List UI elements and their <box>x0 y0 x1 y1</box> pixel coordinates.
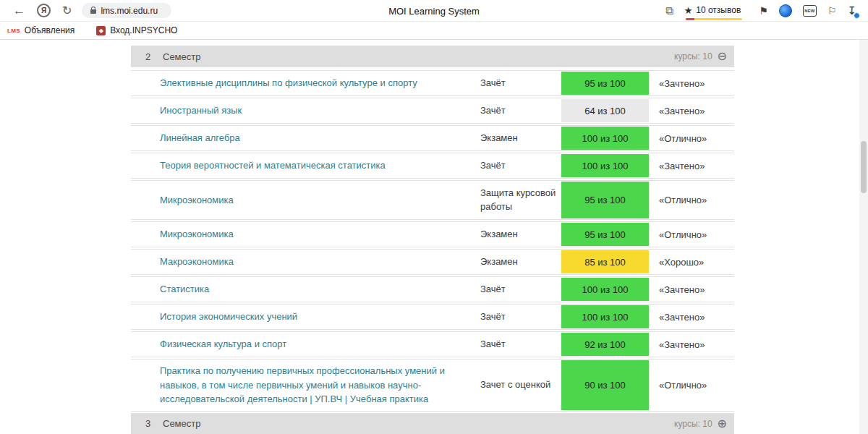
semester-title: Семестр <box>163 418 200 429</box>
bookmark-announcements[interactable]: LMS Объявления <box>7 25 75 35</box>
browser-toolbar: ← Я ↻ lms.moi.edu.ru MOI Learning System… <box>0 0 868 22</box>
course-link[interactable]: Микроэкономика <box>160 193 480 208</box>
exam-type: Зачёт <box>480 338 561 352</box>
semester-2-header: 2 Семестр курсы: 10 ⊖ <box>131 46 734 67</box>
grade-label: «Хорошо» <box>649 257 734 268</box>
exam-type: Зачёт <box>480 283 561 297</box>
score-badge: 100 из 100 <box>561 127 649 150</box>
score-badge: 100 из 100 <box>561 305 649 328</box>
grade-label: «Отлично» <box>649 133 734 144</box>
exam-type: Защита курсовой работы <box>480 187 561 214</box>
scrollbar-thumb[interactable] <box>861 141 867 193</box>
score-badge: 64 из 100 <box>561 99 649 122</box>
downloads-icon[interactable]: ↧ <box>847 4 856 17</box>
course-link[interactable]: Макроэкономика <box>160 255 480 269</box>
lms-favicon: LMS <box>7 27 20 34</box>
toolbar-right-cluster: ⧉ ★ 10 отзывов ⚑ NEW ⚐ ↧ <box>665 0 856 22</box>
bookmark-label: Объявления <box>25 25 75 35</box>
grade-label: «Отлично» <box>649 195 734 205</box>
grade-label: «Зачтено» <box>649 312 734 323</box>
expand-icon[interactable]: ⊕ <box>718 418 727 430</box>
score-badge: 95 из 100 <box>561 182 649 218</box>
vertical-scrollbar[interactable] <box>859 40 868 434</box>
lock-icon <box>90 9 96 14</box>
course-row: Иностранный язык Зачёт 64 из 100 «Зачтен… <box>131 98 734 124</box>
semester-3-header: 3 Семестр курсы: 10 ⊕ <box>131 413 734 434</box>
course-row: Микроэкономика Защита курсовой работы 95… <box>131 180 734 220</box>
semester-number: 3 <box>145 418 163 429</box>
course-row: Элективные дисциплины по физической куль… <box>131 70 734 96</box>
bookmark-flag-icon[interactable]: ⚑ <box>759 5 768 17</box>
bookmarks-bar: LMS Объявления ◆ Вход.INPSYCHO <box>0 22 868 40</box>
course-link[interactable]: Элективные дисциплины по физической куль… <box>160 76 480 90</box>
course-link[interactable]: История экономических учений <box>160 310 480 324</box>
course-link[interactable]: Микроэкономика <box>160 227 480 242</box>
exam-type: Зачёт <box>480 104 561 118</box>
exam-type: Экзамен <box>480 255 561 269</box>
bookmark-inpsycho[interactable]: ◆ Вход.INPSYCHO <box>96 25 177 35</box>
course-row: Макроэкономика Экзамен 85 из 100 «Хорошо… <box>131 249 734 275</box>
course-row: Практика по получению первичных професси… <box>131 359 734 412</box>
exam-type: Зачёт <box>480 77 561 90</box>
grade-label: «Отлично» <box>649 229 734 240</box>
course-link[interactable]: Статистика <box>160 282 480 297</box>
exam-type: Зачёт <box>480 159 561 173</box>
grade-label: «Отлично» <box>649 380 734 391</box>
course-row: Микроэкономика Экзамен 95 из 100 «Отличн… <box>131 221 734 247</box>
courses-count-label: курсы: 10 <box>674 51 712 61</box>
collections-icon[interactable]: ⚐ <box>827 5 837 17</box>
address-bar[interactable]: lms.moi.edu.ru <box>82 3 171 18</box>
reviews-underline <box>686 18 742 20</box>
score-badge: 95 из 100 <box>561 223 649 246</box>
reviews-count-label: 10 отзывов <box>696 5 741 15</box>
exam-type: Экзамен <box>480 228 561 242</box>
exam-type: Зачёт <box>480 310 561 324</box>
score-badge: 95 из 100 <box>561 72 649 95</box>
star-icon: ★ <box>684 5 693 16</box>
semester-number: 2 <box>145 51 163 62</box>
site-reviews[interactable]: ★ 10 отзывов <box>684 5 741 17</box>
course-row: Линейная алгебра Экзамен 100 из 100 «Отл… <box>131 125 734 151</box>
course-link[interactable]: Иностранный язык <box>160 103 480 118</box>
course-link[interactable]: Линейная алгебра <box>160 131 480 145</box>
exam-type: Экзамен <box>480 132 561 145</box>
score-badge: 90 из 100 <box>561 360 649 410</box>
grades-table: 2 Семестр курсы: 10 ⊖ Элективные дисципл… <box>131 46 734 434</box>
page-content: 2 Семестр курсы: 10 ⊖ Элективные дисципл… <box>0 40 859 434</box>
course-link[interactable]: Практика по получению первичных професси… <box>160 364 480 407</box>
course-row: Физическая культура и спорт Зачёт 92 из … <box>131 331 734 357</box>
grade-label: «Зачтено» <box>649 284 734 295</box>
course-link[interactable]: Теория вероятностей и математическая ста… <box>160 158 480 173</box>
score-badge: 85 из 100 <box>561 250 649 273</box>
exam-type: Зачет с оценкой <box>480 378 561 392</box>
semester-title: Семестр <box>163 51 200 62</box>
grade-label: «Зачтено» <box>649 106 734 116</box>
grade-label: «Зачтено» <box>649 339 734 350</box>
back-icon[interactable]: ← <box>13 4 25 17</box>
score-badge: 100 из 100 <box>561 278 649 301</box>
url-text: lms.moi.edu.ru <box>101 6 158 16</box>
course-row: Теория вероятностей и математическая ста… <box>131 153 734 179</box>
inpsycho-favicon: ◆ <box>96 26 106 35</box>
score-badge: 92 из 100 <box>561 333 649 356</box>
download-badge <box>854 12 860 19</box>
course-row: Статистика Зачёт 100 из 100 «Зачтено» <box>131 276 734 302</box>
tabs-panel-icon[interactable]: ⧉ <box>665 4 673 17</box>
grade-label: «Зачтено» <box>649 161 734 171</box>
browser-logo-icon[interactable]: Я <box>37 4 51 17</box>
extension-new-icon[interactable]: NEW <box>803 5 817 17</box>
extension-globe-icon[interactable] <box>779 4 792 17</box>
courses-count-label: курсы: 10 <box>674 419 712 429</box>
refresh-icon[interactable]: ↻ <box>62 5 72 17</box>
course-row: История экономических учений Зачёт 100 и… <box>131 304 734 330</box>
bookmark-label: Вход.INPSYCHO <box>110 25 177 35</box>
score-badge: 100 из 100 <box>561 154 649 177</box>
grade-label: «Зачтено» <box>649 78 734 89</box>
collapse-icon[interactable]: ⊖ <box>718 51 727 62</box>
course-link[interactable]: Физическая культура и спорт <box>160 337 480 352</box>
